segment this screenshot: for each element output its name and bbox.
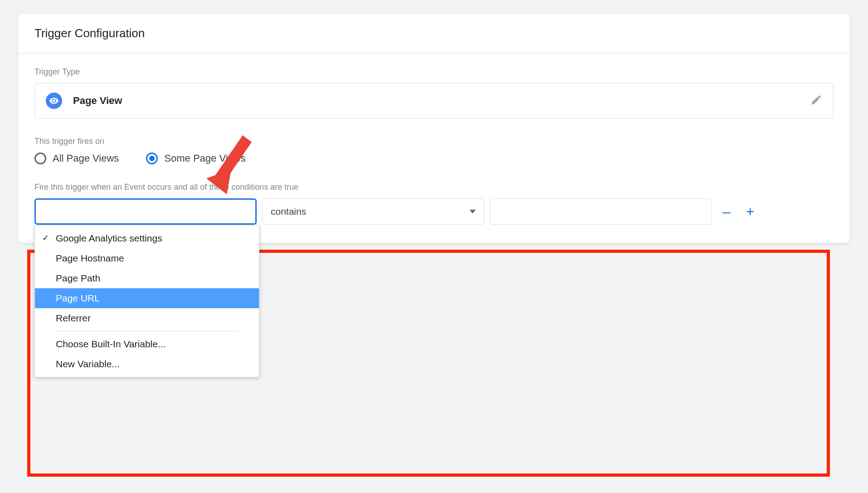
dropdown-item-new-variable[interactable]: New Variable... [35, 354, 259, 374]
radio-icon [146, 153, 158, 164]
radio-label: All Page Views [53, 153, 119, 164]
dropdown-item-page-hostname[interactable]: Page Hostname [35, 248, 259, 268]
page-view-icon [46, 93, 62, 109]
dropdown-item-page-path[interactable]: Page Path [35, 268, 259, 288]
fires-on-label: This trigger fires on [34, 137, 834, 146]
variable-select[interactable]: Google Analytics settings Page Hostname … [34, 198, 257, 225]
dropdown-item-referrer[interactable]: Referrer [35, 308, 259, 328]
fires-on-radio-group: All Page Views Some Page Views [34, 153, 834, 164]
operator-select-value: contains [271, 206, 306, 217]
condition-value-input[interactable] [490, 198, 712, 225]
variable-dropdown-menu: Google Analytics settings Page Hostname … [34, 225, 259, 377]
card-title: Trigger Configuration [18, 14, 850, 54]
dropdown-item-ga-settings[interactable]: Google Analytics settings [35, 228, 259, 248]
trigger-type-selector[interactable]: Page View [34, 83, 834, 118]
operator-select[interactable]: contains [262, 198, 484, 225]
dropdown-divider [56, 331, 238, 331]
trigger-type-label: Trigger Type [34, 67, 834, 77]
card-body: Trigger Type Page View This trigger fire… [18, 54, 850, 243]
trigger-config-card: Trigger Configuration Trigger Type Page … [18, 14, 850, 243]
remove-condition-button[interactable]: – [717, 202, 736, 221]
add-condition-button[interactable]: + [741, 202, 759, 221]
dropdown-item-page-url[interactable]: Page URL [35, 288, 259, 308]
edit-icon[interactable] [810, 94, 822, 108]
condition-row: Google Analytics settings Page Hostname … [34, 198, 834, 225]
radio-icon [34, 153, 46, 164]
annotation-arrow-icon [200, 135, 254, 194]
trigger-type-value: Page View [73, 95, 800, 107]
chevron-down-icon [469, 210, 476, 213]
radio-all-page-views[interactable]: All Page Views [34, 153, 119, 164]
conditions-label: Fire this trigger when an Event occurs a… [34, 182, 834, 192]
dropdown-item-choose-builtin[interactable]: Choose Built-In Variable... [35, 334, 259, 354]
